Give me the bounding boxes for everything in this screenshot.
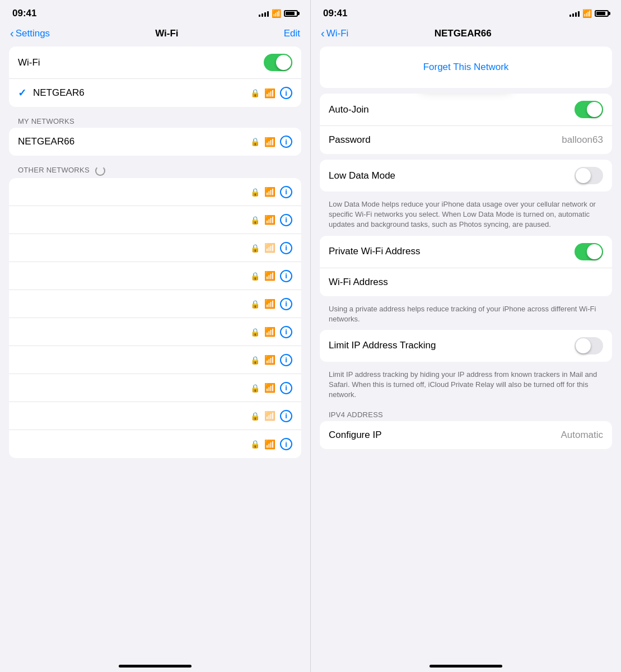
- lock-icon-my-0: 🔒: [250, 137, 260, 146]
- my-networks-group: NETGEAR66 🔒 📶 i: [9, 128, 301, 156]
- status-bar-right: 09:41 📶: [311, 0, 621, 25]
- forget-network-row[interactable]: Forget This Network: [320, 46, 612, 88]
- private-wifi-row: Private Wi-Fi Address: [320, 236, 612, 268]
- right-content: Forget This Network Auto-Join Copy Speak: [311, 46, 621, 658]
- lock-icon-connected: 🔒: [250, 88, 260, 97]
- loading-spinner: [95, 166, 105, 176]
- time-left: 09:41: [12, 8, 36, 19]
- other-network-row-0[interactable]: 🔒 📶 i: [9, 178, 301, 206]
- low-data-mode-label: Low Data Mode: [329, 170, 575, 181]
- home-indicator-left: [0, 658, 310, 672]
- other-network-row-5[interactable]: 🔒 📶 i: [9, 318, 301, 346]
- info-button-other-9[interactable]: i: [280, 438, 292, 450]
- status-bar-left: 09:41 📶: [0, 0, 310, 25]
- other-network-row-3[interactable]: 🔒 📶 i: [9, 262, 301, 290]
- lock-icon-other-4: 🔒: [250, 300, 260, 309]
- info-button-other-1[interactable]: i: [280, 214, 292, 226]
- limit-ip-row: Limit IP Address Tracking: [320, 330, 612, 362]
- limit-ip-toggle[interactable]: [575, 337, 603, 354]
- home-indicator-right: [311, 658, 621, 672]
- wifi-signal-icon-other-8: 📶: [264, 410, 276, 421]
- private-wifi-group: Private Wi-Fi Address Wi-Fi Address: [320, 236, 612, 296]
- private-wifi-toggle[interactable]: [575, 243, 603, 260]
- info-button-other-7[interactable]: i: [280, 382, 292, 394]
- lock-icon-other-5: 🔒: [250, 328, 260, 337]
- page-title-left: Wi-Fi: [155, 28, 178, 39]
- other-network-row-6[interactable]: 🔒 📶 i: [9, 346, 301, 374]
- home-bar-right: [429, 665, 502, 668]
- wifi-signal-icon-my-0: 📶: [264, 137, 276, 147]
- limit-ip-group: Limit IP Address Tracking: [320, 330, 612, 362]
- back-label-right: Wi-Fi: [326, 28, 349, 39]
- wifi-address-row: Wi-Fi Address: [320, 268, 612, 296]
- wifi-signal-icon-other-1: 📶: [264, 214, 276, 225]
- other-network-row-9[interactable]: 🔒 📶 i: [9, 430, 301, 458]
- back-button-right[interactable]: ‹ Wi-Fi: [321, 27, 348, 40]
- time-right: 09:41: [323, 8, 347, 19]
- other-network-row-2[interactable]: 🔒 📶 i: [9, 234, 301, 262]
- password-row[interactable]: Password balloon63: [320, 126, 612, 154]
- right-panel: 09:41 📶 ‹ Wi-Fi NETGEAR66 Forget: [311, 0, 621, 672]
- left-content: Wi-Fi ✓ NETGEAR6 🔒 📶 i MY NETWORKS NETGE…: [0, 46, 310, 658]
- configure-ip-group: Configure IP Automatic: [320, 421, 612, 449]
- my-network-row-0[interactable]: NETGEAR66 🔒 📶 i: [9, 128, 301, 156]
- info-button-other-3[interactable]: i: [280, 270, 292, 282]
- wifi-signal-icon-other-4: 📶: [264, 298, 276, 309]
- wifi-label: Wi-Fi: [18, 57, 264, 68]
- wifi-signal-icon-other-5: 📶: [264, 326, 276, 337]
- wifi-signal-icon-other-2: 📶: [264, 242, 276, 253]
- status-icons-left: 📶: [259, 9, 298, 18]
- configure-ip-label: Configure IP: [329, 430, 561, 441]
- info-button-other-5[interactable]: i: [280, 326, 292, 338]
- back-button-left[interactable]: ‹ Settings: [10, 27, 50, 40]
- wifi-signal-icon-other-0: 📶: [264, 186, 276, 197]
- back-label-left: Settings: [16, 28, 50, 39]
- chevron-left-icon: ‹: [10, 27, 14, 40]
- auto-join-toggle[interactable]: [575, 101, 603, 118]
- nav-bar-right: ‹ Wi-Fi NETGEAR66: [311, 25, 621, 46]
- info-button-connected[interactable]: i: [280, 87, 292, 99]
- info-button-other-2[interactable]: i: [280, 242, 292, 254]
- wifi-signal-icon-other-3: 📶: [264, 270, 276, 281]
- limit-ip-label: Limit IP Address Tracking: [329, 340, 575, 351]
- wifi-signal-icon-connected: 📶: [264, 88, 276, 99]
- wifi-signal-icon-other-7: 📶: [264, 382, 276, 393]
- chevron-right-back-icon: ‹: [321, 27, 325, 40]
- my-network-name-0: NETGEAR66: [18, 136, 74, 147]
- lock-icon-other-3: 🔒: [250, 272, 260, 281]
- ipv4-header: IPV4 ADDRESS: [320, 406, 612, 421]
- lock-icon-other-0: 🔒: [250, 188, 260, 197]
- info-button-other-4[interactable]: i: [280, 298, 292, 310]
- configure-ip-value: Automatic: [561, 430, 603, 441]
- battery-icon-left: [284, 10, 298, 17]
- other-network-row-7[interactable]: 🔒 📶 i: [9, 374, 301, 402]
- wifi-status-icon-left: 📶: [272, 9, 281, 18]
- connected-network-icons: 🔒 📶 i: [250, 87, 292, 99]
- status-icons-right: 📶: [569, 9, 609, 18]
- other-network-row-1[interactable]: 🔒 📶 i: [9, 206, 301, 234]
- info-button-other-8[interactable]: i: [280, 410, 292, 422]
- forget-network-button[interactable]: Forget This Network: [329, 54, 603, 81]
- other-networks-header: OTHER NETWORKS: [9, 161, 301, 178]
- low-data-mode-description: Low Data Mode helps reduce your iPhone d…: [320, 197, 612, 236]
- wifi-signal-icon-other-6: 📶: [264, 354, 276, 365]
- private-wifi-label: Private Wi-Fi Address: [329, 246, 575, 257]
- wifi-toggle-row: Wi-Fi: [9, 46, 301, 79]
- low-data-mode-toggle[interactable]: [575, 167, 603, 184]
- info-button-other-0[interactable]: i: [280, 186, 292, 198]
- edit-button[interactable]: Edit: [284, 28, 300, 39]
- other-network-row-4[interactable]: 🔒 📶 i: [9, 290, 301, 318]
- wifi-signal-icon-other-9: 📶: [264, 439, 276, 450]
- wifi-address-description: Using a private address helps reduce tra…: [320, 302, 612, 330]
- wifi-address-label: Wi-Fi Address: [329, 277, 603, 288]
- info-button-other-6[interactable]: i: [280, 354, 292, 366]
- signal-bars-right: [569, 10, 580, 17]
- low-data-mode-row: Low Data Mode: [320, 160, 612, 192]
- configure-ip-row[interactable]: Configure IP Automatic: [320, 421, 612, 449]
- wifi-toggle[interactable]: [264, 54, 292, 71]
- auto-join-group: Auto-Join Copy Speak Password balloon63: [320, 94, 612, 154]
- info-button-my-0[interactable]: i: [280, 136, 292, 148]
- other-network-row-8[interactable]: 🔒 📶 i: [9, 402, 301, 430]
- password-value: balloon63: [562, 134, 603, 146]
- connected-network-row[interactable]: ✓ NETGEAR6 🔒 📶 i: [9, 79, 301, 107]
